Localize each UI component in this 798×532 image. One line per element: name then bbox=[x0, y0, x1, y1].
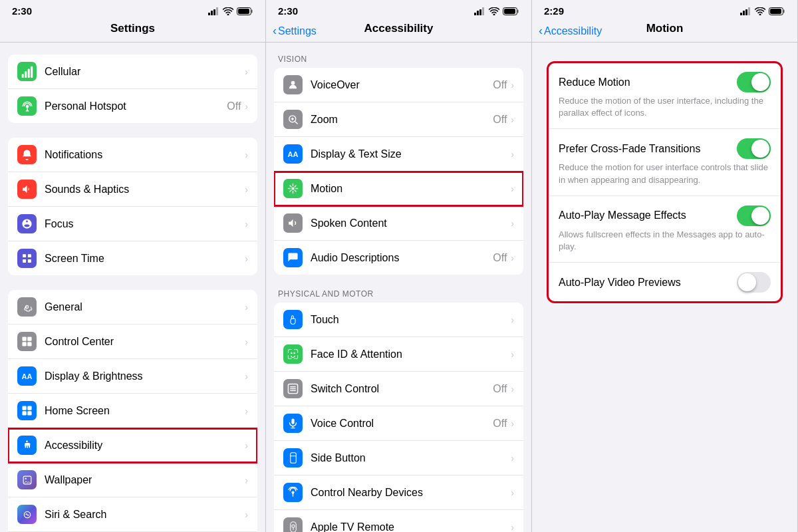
zoom-row[interactable]: Zoom Off › bbox=[274, 102, 523, 137]
switchcontrol-row[interactable]: Switch Control Off › bbox=[274, 372, 523, 406]
crossfade-toggle[interactable] bbox=[737, 138, 771, 159]
controlcenter-chevron: › bbox=[245, 336, 248, 347]
crossfade-title: Prefer Cross-Fade Transitions bbox=[559, 143, 700, 155]
audiodesc-row[interactable]: Audio Descriptions Off › bbox=[274, 241, 523, 275]
general-icon bbox=[17, 297, 37, 317]
siri-icon bbox=[17, 505, 37, 524]
sidebutton-row[interactable]: Side Button › bbox=[274, 441, 523, 475]
svg-rect-15 bbox=[28, 254, 31, 257]
general-row[interactable]: General › bbox=[8, 290, 257, 325]
svg-rect-5 bbox=[251, 9, 253, 13]
spokencontent-label: Spoken Content bbox=[311, 217, 511, 229]
svg-point-46 bbox=[294, 352, 295, 353]
hotspot-svg bbox=[21, 100, 33, 112]
reduce-motion-row[interactable]: Reduce Motion Reduce the motion of the u… bbox=[548, 63, 781, 129]
hotspot-row[interactable]: Personal Hotspot Off › bbox=[8, 89, 257, 123]
nav-back-3[interactable]: ‹ Accessibility bbox=[539, 24, 602, 38]
spokencontent-svg bbox=[287, 217, 299, 229]
hotspot-label: Personal Hotspot bbox=[45, 100, 227, 112]
svg-point-45 bbox=[291, 352, 292, 353]
back-chevron-3: ‹ bbox=[539, 24, 543, 38]
controlcenter-label: Control Center bbox=[45, 336, 245, 348]
general-svg bbox=[21, 301, 33, 313]
nearbydevices-row[interactable]: Control Nearby Devices › bbox=[274, 475, 523, 510]
tvremote-svg bbox=[289, 521, 298, 532]
display-row[interactable]: AA Display & Brightness › bbox=[8, 359, 257, 394]
screentime-svg bbox=[21, 253, 33, 264]
motion-svg bbox=[287, 183, 299, 194]
voicecontrol-label: Voice Control bbox=[311, 418, 493, 430]
siri-chevron: › bbox=[245, 509, 248, 520]
homescreen-row[interactable]: Home Screen › bbox=[8, 394, 257, 428]
tvremote-label: Apple TV Remote bbox=[311, 521, 511, 533]
svg-rect-25 bbox=[27, 411, 31, 415]
general-label: General bbox=[45, 301, 245, 313]
spokencontent-icon bbox=[283, 213, 303, 233]
svg-rect-23 bbox=[27, 406, 31, 410]
crossfade-header: Prefer Cross-Fade Transitions bbox=[559, 138, 771, 159]
autoplay-vid-toggle[interactable] bbox=[737, 272, 771, 293]
wallpaper-icon bbox=[17, 470, 37, 489]
voiceover-row[interactable]: VoiceOver Off › bbox=[274, 68, 523, 102]
status-bar-3: 2:29 bbox=[532, 0, 797, 19]
svg-rect-73 bbox=[783, 9, 785, 13]
status-bar-1: 2:30 bbox=[0, 0, 265, 19]
svg-rect-21 bbox=[27, 342, 31, 346]
status-bar-2: 2:30 bbox=[266, 0, 531, 19]
motion-icon bbox=[283, 179, 303, 198]
displaytext-label: Display & Text Size bbox=[311, 148, 511, 160]
scroll-content-2[interactable]: VISION VoiceOver Off › bbox=[266, 43, 531, 532]
siri-row[interactable]: Siri & Search › bbox=[8, 497, 257, 532]
wallpaper-row[interactable]: Wallpaper › bbox=[8, 463, 257, 497]
autoplay-vid-row[interactable]: Auto-Play Video Previews bbox=[548, 263, 781, 302]
battery-icon-2 bbox=[503, 7, 519, 15]
notifications-row[interactable]: Notifications › bbox=[8, 138, 257, 172]
displaytext-row[interactable]: AA Display & Text Size › bbox=[274, 137, 523, 172]
display-icon: AA bbox=[17, 366, 37, 386]
scroll-content-1[interactable]: Cellular › Personal Hotspot Off › bbox=[0, 43, 265, 532]
focus-row[interactable]: Focus › bbox=[8, 207, 257, 241]
touch-row[interactable]: Touch › bbox=[274, 303, 523, 337]
focus-chevron: › bbox=[245, 219, 248, 229]
zoom-label: Zoom bbox=[311, 114, 493, 126]
controlcenter-row[interactable]: Control Center › bbox=[8, 325, 257, 359]
autoplay-msg-toggle[interactable] bbox=[737, 205, 771, 226]
nav-title-2: Accessibility bbox=[364, 22, 434, 35]
faceidattn-row[interactable]: Face ID & Attention › bbox=[274, 337, 523, 372]
svg-rect-69 bbox=[743, 11, 745, 15]
scroll-content-3[interactable]: Reduce Motion Reduce the motion of the u… bbox=[532, 43, 797, 532]
reduce-motion-knob bbox=[751, 73, 769, 91]
group1: Notifications › Sounds & Haptics › bbox=[8, 138, 257, 275]
signal-icon bbox=[208, 7, 219, 15]
screentime-icon bbox=[17, 249, 37, 268]
motion-label: Motion bbox=[311, 183, 511, 195]
homescreen-label: Home Screen bbox=[45, 405, 245, 417]
voicecontrol-icon bbox=[283, 414, 303, 433]
switchcontrol-svg bbox=[287, 383, 299, 394]
touch-label: Touch bbox=[311, 314, 511, 326]
nearbydevices-label: Control Nearby Devices bbox=[311, 487, 511, 499]
spokencontent-row[interactable]: Spoken Content › bbox=[274, 206, 523, 241]
wallpaper-label: Wallpaper bbox=[45, 474, 245, 486]
cellular-row[interactable]: Cellular › bbox=[8, 55, 257, 89]
motion-row[interactable]: Motion › bbox=[274, 172, 523, 206]
sounds-icon bbox=[17, 180, 37, 199]
autoplay-msg-row[interactable]: Auto-Play Message Effects Allows fullscr… bbox=[548, 196, 781, 263]
screentime-row[interactable]: Screen Time › bbox=[8, 241, 257, 275]
nav-back-2[interactable]: ‹ Settings bbox=[273, 24, 317, 38]
svg-point-11 bbox=[25, 104, 29, 108]
tvremote-row[interactable]: Apple TV Remote › bbox=[274, 510, 523, 532]
svg-rect-14 bbox=[23, 254, 26, 257]
zoom-svg bbox=[287, 114, 299, 125]
svg-rect-19 bbox=[27, 336, 31, 340]
svg-rect-52 bbox=[290, 453, 296, 464]
nav-title-3: Motion bbox=[646, 22, 684, 35]
svg-point-44 bbox=[291, 187, 294, 190]
display-chevron: › bbox=[245, 371, 248, 382]
crossfade-row[interactable]: Prefer Cross-Fade Transitions Reduce the… bbox=[548, 129, 781, 196]
accessibility-row[interactable]: Accessibility › bbox=[8, 428, 257, 463]
focus-label: Focus bbox=[45, 218, 245, 230]
reduce-motion-toggle[interactable] bbox=[737, 72, 771, 92]
sounds-row[interactable]: Sounds & Haptics › bbox=[8, 172, 257, 207]
voicecontrol-row[interactable]: Voice Control Off › bbox=[274, 406, 523, 441]
